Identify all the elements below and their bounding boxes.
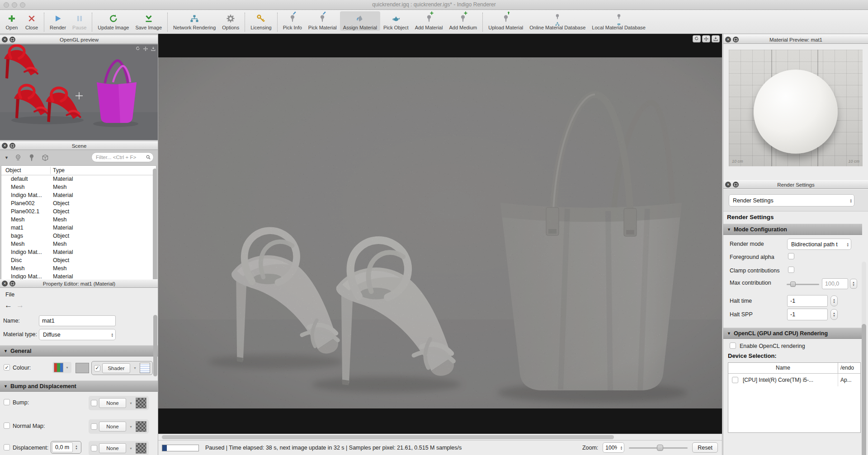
scene-row[interactable]: Indigo Mat...Material [1, 192, 156, 200]
zoom-slider-knob[interactable] [657, 445, 663, 451]
bump-map-checkbox[interactable] [91, 400, 97, 406]
toolbar-button-close[interactable]: Close [22, 11, 42, 31]
dock-view-button[interactable] [712, 35, 720, 42]
toolbar-button-pick-material[interactable]: Pick Material [305, 11, 340, 31]
forward-arrow-icon[interactable]: → [16, 301, 24, 310]
normal-map-texture-thumbnail[interactable] [136, 421, 146, 432]
toolbar-button-update-image[interactable]: Update Image [94, 11, 132, 31]
toolbar-button-pick-object[interactable]: Pick Object [380, 11, 412, 31]
panel-close-icon[interactable]: ✕ [2, 281, 8, 286]
column-object[interactable]: Object [5, 167, 21, 174]
normal-map-button[interactable]: None [99, 422, 126, 432]
toolbar-button-open[interactable]: Open [2, 11, 22, 31]
scene-row[interactable]: MeshMesh [1, 240, 156, 249]
max-contribution-slider-knob[interactable] [790, 281, 796, 287]
scene-row[interactable]: DiscObject [1, 257, 156, 265]
displacement-map-checkbox[interactable] [91, 445, 97, 451]
panel-float-icon[interactable] [9, 281, 15, 286]
halt-spp-input[interactable]: -1 [787, 309, 828, 320]
displacement-map-button[interactable]: None [99, 443, 126, 453]
scene-row[interactable]: mat1Material [1, 224, 156, 232]
toolbar-button-upload-material[interactable]: Upload Material [485, 11, 526, 31]
toolbar-button-pick-info[interactable]: Pick Info [280, 11, 305, 31]
displacement-dropdown-arrow[interactable]: ▾ [128, 444, 134, 453]
panel-close-icon[interactable]: ✕ [2, 143, 8, 149]
enable-opencl-checkbox[interactable] [730, 342, 736, 349]
normal-map-checkbox[interactable] [4, 422, 10, 429]
shader-checkbox[interactable]: ✓ [94, 365, 100, 371]
panel-float-icon[interactable] [9, 37, 15, 42]
shader-thumbnail[interactable] [140, 363, 150, 373]
toolbar-button-add-medium[interactable]: Add Medium [446, 11, 480, 31]
scene-table-header[interactable]: Object Type [1, 166, 156, 175]
file-menu[interactable]: File [5, 291, 14, 298]
displacement-checkbox[interactable] [4, 444, 10, 450]
toolbar-button-render[interactable]: Render [47, 11, 69, 31]
colour-swatch[interactable] [75, 363, 89, 373]
device-row[interactable]: [CPU] Intel(R) Core(TM) i5-... Ap... [728, 374, 860, 386]
bump-displacement-section-header[interactable]: ▼Bump and Displacement [0, 380, 158, 392]
scene-row[interactable]: MeshMesh [1, 183, 156, 192]
rotate-view-icon[interactable] [135, 46, 141, 52]
bump-texture-thumbnail[interactable] [136, 398, 146, 408]
zoom-slider[interactable] [629, 445, 688, 451]
scene-scrollbar[interactable] [153, 169, 157, 281]
scene-row[interactable]: defaultMaterial [1, 175, 156, 183]
reset-button[interactable]: Reset [692, 442, 718, 453]
panel-close-icon[interactable]: ✕ [725, 37, 731, 42]
general-section-header[interactable]: ▼General [0, 345, 158, 356]
panel-close-icon[interactable]: ✕ [725, 182, 731, 188]
pan-view-button[interactable] [702, 35, 710, 42]
halt-time-input[interactable]: -1 [787, 295, 828, 307]
displacement-value[interactable]: 0,0 m [52, 442, 73, 452]
max-contribution-stepper[interactable]: ▴▾ [850, 279, 857, 289]
device-table-header[interactable]: Name /endo [728, 363, 860, 374]
scene-row[interactable]: bagsObject [1, 232, 156, 240]
rgb-colour-icon[interactable] [54, 363, 63, 372]
clamp-contributions-checkbox[interactable] [788, 267, 794, 273]
scene-row[interactable]: MeshMesh [1, 216, 156, 224]
colour-dropdown-arrow[interactable]: ▾ [64, 363, 70, 372]
show-materials-icon[interactable] [28, 154, 36, 162]
displacement-stepper[interactable]: ▴▾ [73, 442, 80, 452]
toolbar-button-assign-material[interactable]: Assign Material [340, 11, 380, 31]
opencl-section-header[interactable]: ▼OpenCL (GPU and CPU) Rendering [723, 328, 862, 339]
toolbar-button-pause[interactable]: Pause [69, 11, 90, 31]
column-type[interactable]: Type [53, 167, 65, 174]
material-name-input[interactable] [39, 315, 116, 326]
toolbar-button-add-material[interactable]: Add Material [412, 11, 446, 31]
toolbar-button-local-material-database[interactable]: Local Material Database [589, 11, 649, 31]
halt-time-stepper[interactable]: ▴▾ [830, 296, 838, 306]
zoom-spinner[interactable]: 100% ▴▾ [603, 442, 624, 453]
shader-button[interactable]: Shader [102, 363, 130, 373]
rotate-view-button[interactable] [693, 35, 701, 42]
normal-map-map-checkbox[interactable] [91, 423, 97, 430]
toolbar-button-network-rendering[interactable]: Network Rendering [170, 11, 219, 31]
scene-row[interactable]: Indigo Mat...Material [1, 249, 156, 257]
toolbar-button-licensing[interactable]: Licensing [247, 11, 274, 31]
opengl-preview-viewport[interactable] [0, 44, 158, 140]
dock-icon[interactable] [151, 46, 156, 52]
bump-checkbox[interactable] [4, 399, 10, 405]
mode-configuration-section-header[interactable]: ▼Mode Configuration [723, 224, 862, 235]
panel-close-icon[interactable]: ✕ [2, 37, 8, 42]
panel-float-icon[interactable] [733, 182, 739, 188]
scene-row[interactable]: MeshMesh [1, 265, 156, 273]
horizontal-scrollbar[interactable] [158, 434, 722, 440]
foreground-alpha-checkbox[interactable] [788, 253, 794, 259]
device-checkbox[interactable] [732, 377, 738, 383]
render-settings-scrollbar[interactable] [862, 324, 866, 455]
bump-map-button[interactable]: None [99, 398, 126, 408]
panel-float-icon[interactable] [733, 37, 739, 42]
panel-float-icon[interactable] [9, 143, 15, 149]
toolbar-button-save-image[interactable]: Save Image [132, 11, 165, 31]
halt-spp-stepper[interactable]: ▴▾ [830, 309, 838, 320]
max-contribution-value[interactable]: 100,0 [822, 278, 848, 289]
scene-row[interactable]: Plane002Object [1, 200, 156, 208]
expand-tree-icon[interactable]: ▼ [5, 155, 9, 160]
material-type-dropdown[interactable]: Diffuse ▴▾ [39, 329, 116, 340]
toolbar-button-online-material-database[interactable]: Online Material Database [526, 11, 589, 31]
bump-dropdown-arrow[interactable]: ▾ [128, 399, 134, 408]
shader-dropdown-arrow[interactable]: ▾ [132, 364, 138, 373]
show-lights-icon[interactable] [14, 154, 22, 162]
